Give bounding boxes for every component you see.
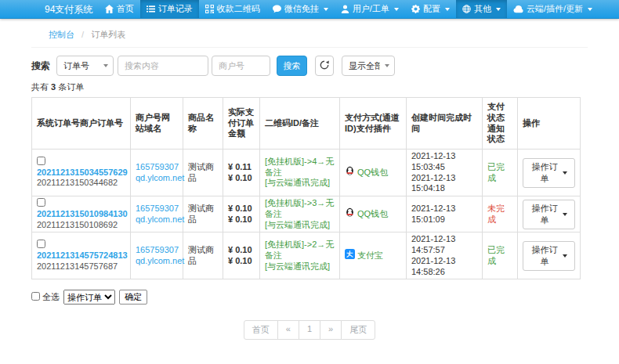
order-amount: ¥ 0.10 bbox=[228, 173, 255, 184]
nav-menu: 首页 订单记录 收款二维码 微信免挂 用户/工单 配置 其他 bbox=[99, 0, 599, 18]
refresh-icon bbox=[320, 60, 329, 72]
col-time: 创建时间完成时间 bbox=[407, 98, 483, 150]
nav-item-label: 微信免挂 bbox=[284, 3, 319, 15]
page-last[interactable]: 尾页 bbox=[341, 320, 375, 340]
breadcrumb-current: 订单列表 bbox=[91, 30, 125, 39]
nav-item-orders[interactable]: 订单记录 bbox=[140, 0, 199, 18]
col-merchant: 商户号网站域名 bbox=[131, 98, 183, 150]
wechat-icon bbox=[273, 5, 281, 13]
qr-note: [免挂机版]->4→无备注 bbox=[265, 157, 335, 178]
domain-link[interactable]: qd.ylcom.net bbox=[136, 214, 184, 224]
nav-item-users[interactable]: 用户/工单 bbox=[335, 0, 405, 18]
nav-item-label: 云端/插件/更新 bbox=[527, 3, 583, 15]
paid-amount: ¥ 0.10 bbox=[228, 245, 255, 256]
row-checkbox[interactable] bbox=[37, 198, 45, 207]
cloud-comm-note: [与云端通讯完成] bbox=[265, 261, 335, 272]
merchant-id-input[interactable] bbox=[212, 56, 270, 76]
qq-wallet-icon bbox=[345, 166, 355, 179]
status-badge: 已完成 bbox=[487, 162, 505, 182]
domain-link[interactable]: qd.ylcom.net bbox=[136, 256, 184, 265]
bulk-action-bar: 全选 操作订单 确定 bbox=[31, 290, 588, 305]
orders-icon bbox=[147, 5, 155, 13]
merchant-order-no: 20211213150344682 bbox=[37, 178, 125, 189]
status-filter-select[interactable]: 显示全部 bbox=[342, 56, 395, 76]
order-amount: ¥ 0.10 bbox=[228, 214, 255, 225]
nav-item-other[interactable]: 其他 bbox=[456, 0, 507, 18]
page-next[interactable]: » bbox=[320, 320, 342, 340]
table-row: 2021121315034557629 20211213150344682 16… bbox=[32, 150, 581, 196]
alipay-icon bbox=[345, 249, 355, 262]
pay-plugin-link[interactable]: QQ钱包 bbox=[357, 209, 388, 220]
caret-down-icon bbox=[563, 213, 567, 216]
caret-down-icon bbox=[563, 171, 567, 175]
system-order-link[interactable]: 2021121314575724813 bbox=[37, 250, 128, 260]
nav-item-label: 首页 bbox=[117, 3, 134, 15]
nav-item-cloud-plugins[interactable]: 云端/插件/更新 bbox=[507, 0, 599, 18]
qr-note: [免挂机版]->2→无备注 bbox=[265, 240, 335, 261]
order-action-button[interactable]: 操作订单 bbox=[523, 158, 575, 188]
caret-down-icon bbox=[324, 8, 328, 11]
home-icon bbox=[105, 5, 114, 13]
table-header-row: 系统订单号商户订单号 商户号网站域名 商品名称 实际支付订单金额 二维码ID/备… bbox=[32, 98, 581, 150]
top-navbar: 94支付系统 首页 订单记录 收款二维码 微信免挂 用户/工单 配置 bbox=[0, 0, 619, 19]
search-content-input[interactable] bbox=[118, 56, 208, 76]
product-name: 测试商品 bbox=[188, 245, 214, 265]
cloud-icon bbox=[513, 5, 523, 13]
product-name: 测试商品 bbox=[188, 204, 214, 224]
bulk-action-select[interactable]: 操作订单 bbox=[63, 290, 115, 305]
order-action-button[interactable]: 操作订单 bbox=[523, 200, 575, 229]
merchant-order-no: 20211213150108692 bbox=[37, 220, 125, 231]
pay-plugin-link[interactable]: QQ钱包 bbox=[357, 168, 388, 178]
orders-table: 系统订单号商户订单号 商户号网站域名 商品名称 实际支付订单金额 二维码ID/备… bbox=[31, 97, 581, 279]
search-button[interactable]: 搜索 bbox=[277, 56, 307, 76]
brand-link[interactable]: 94支付系统 bbox=[45, 0, 92, 18]
confirm-button[interactable]: 确定 bbox=[119, 290, 147, 305]
breadcrumb-home-link[interactable]: 控制台 bbox=[49, 30, 74, 39]
pay-plugin-link[interactable]: 支付宝 bbox=[357, 250, 383, 261]
nav-item-qrcode[interactable]: 收款二维码 bbox=[199, 0, 266, 18]
merchant-order-no: 20211213145757687 bbox=[37, 261, 125, 272]
select-all-checkbox[interactable] bbox=[31, 292, 40, 301]
nav-item-config[interactable]: 配置 bbox=[405, 0, 456, 18]
nav-item-label: 其他 bbox=[474, 3, 491, 15]
refresh-button[interactable] bbox=[315, 56, 334, 76]
cloud-comm-note: [与云端通讯完成] bbox=[265, 220, 335, 231]
search-toolbar: 搜索 订单号 搜索 显示全部 bbox=[31, 56, 588, 76]
row-checkbox[interactable] bbox=[37, 157, 45, 165]
system-order-link[interactable]: 2021121315034557629 bbox=[37, 168, 128, 177]
main-container: 控制台 / 订单列表 搜索 订单号 搜索 显示全部 共有 3 条订单 bbox=[31, 19, 588, 340]
paid-amount: ¥ 0.10 bbox=[228, 204, 255, 214]
row-checkbox[interactable] bbox=[37, 240, 45, 248]
search-type-select[interactable]: 订单号 bbox=[56, 56, 114, 76]
system-order-link[interactable]: 2021121315010984130 bbox=[37, 209, 128, 218]
merchant-id-link[interactable]: 165759307 bbox=[136, 245, 179, 254]
caret-down-icon bbox=[394, 8, 399, 11]
col-actions: 操作 bbox=[518, 98, 581, 150]
qr-note: [免挂机版]->3→无备注 bbox=[265, 198, 335, 220]
domain-link[interactable]: qd.ylcom.net bbox=[136, 173, 184, 182]
qq-wallet-icon bbox=[345, 207, 355, 221]
merchant-id-link[interactable]: 165759307 bbox=[136, 162, 179, 171]
nav-item-label: 用户/工单 bbox=[353, 3, 389, 15]
col-amount: 实际支付订单金额 bbox=[223, 98, 260, 150]
breadcrumb: 控制台 / 订单列表 bbox=[31, 19, 588, 48]
nav-item-wechat[interactable]: 微信免挂 bbox=[266, 0, 335, 18]
pagination: 首页 « 1 » 尾页 bbox=[31, 320, 588, 340]
qrcode-icon bbox=[205, 5, 214, 13]
page-1[interactable]: 1 bbox=[299, 320, 320, 340]
col-qr-note: 二维码ID/备注 bbox=[260, 98, 340, 150]
page-first[interactable]: 首页 bbox=[244, 320, 278, 340]
page-prev[interactable]: « bbox=[277, 320, 299, 340]
caret-down-icon bbox=[496, 8, 501, 11]
nav-item-home[interactable]: 首页 bbox=[99, 0, 140, 18]
globe-icon bbox=[462, 5, 471, 13]
select-all-label[interactable]: 全选 bbox=[31, 291, 60, 303]
merchant-id-link[interactable]: 165759307 bbox=[136, 204, 179, 213]
nav-item-label: 订单记录 bbox=[158, 3, 193, 15]
order-amount: ¥ 0.10 bbox=[228, 256, 255, 267]
paid-amount: ¥ 0.11 bbox=[228, 162, 255, 173]
gear-icon bbox=[411, 5, 420, 13]
created-time: 2021-12-13 15:03:45 bbox=[411, 151, 477, 173]
order-action-button[interactable]: 操作订单 bbox=[523, 241, 575, 271]
breadcrumb-separator: / bbox=[81, 30, 84, 39]
